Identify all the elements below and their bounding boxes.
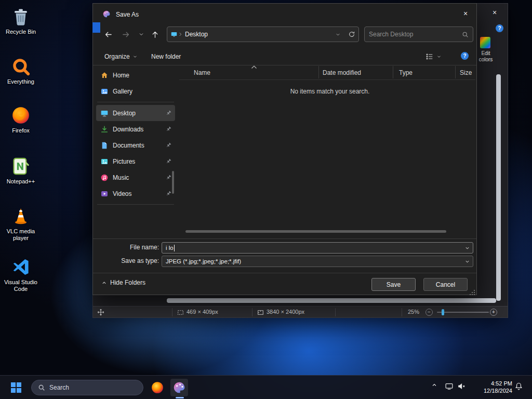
column-header-name[interactable]: Name	[194, 69, 210, 76]
desktop-icon-everything[interactable]: Everything	[1, 56, 41, 85]
column-divider[interactable]	[393, 66, 393, 78]
start-button[interactable]	[7, 379, 25, 396]
sidebar-item-music[interactable]: Music	[96, 169, 175, 185]
sidebar-item-desktop[interactable]: Desktop	[96, 105, 175, 121]
paint-file-button[interactable]	[92, 22, 100, 33]
column-divider[interactable]	[318, 66, 319, 78]
desktop-icon-firefox[interactable]: Firefox	[1, 105, 41, 134]
paint-vertical-scrollbar[interactable]	[496, 74, 501, 301]
help-icon: ?	[498, 25, 501, 31]
pin-icon	[165, 142, 172, 149]
desktop-icon-label: Everything	[1, 78, 41, 85]
taskbar-clock[interactable]: 4:52 PM 12/18/2024	[484, 380, 512, 394]
sidebar-item-videos[interactable]: Videos	[96, 185, 175, 202]
file-name-value: i lo	[166, 245, 174, 251]
pin-icon	[165, 190, 172, 197]
vscode-icon	[10, 257, 31, 277]
save-button[interactable]: Save	[371, 278, 416, 291]
everything-icon	[10, 56, 31, 77]
sidebar-item-label: Desktop	[113, 110, 136, 117]
chevron-up-icon	[431, 382, 437, 388]
desktop-icon-recycle-bin[interactable]: Recycle Bin	[1, 6, 41, 35]
tray-chevron-up[interactable]	[431, 382, 437, 388]
refresh-icon[interactable]	[348, 31, 355, 38]
chevron-down-icon[interactable]	[464, 245, 470, 251]
recent-locations-chevron[interactable]	[135, 28, 148, 41]
desktop-icon-vlc[interactable]: VLC media player	[1, 206, 41, 242]
column-header-date-modified[interactable]: Date modified	[323, 69, 361, 76]
cancel-button[interactable]: Cancel	[423, 278, 468, 291]
navigation-pane: Home Gallery Desktop Downloads Documents	[96, 67, 175, 207]
taskbar-search-placeholder: Search	[49, 384, 69, 391]
taskbar-paint[interactable]	[170, 379, 188, 396]
breadcrumb-desktop-icon	[170, 31, 178, 38]
desktop-icon-vscode[interactable]: Visual Studio Code	[1, 257, 41, 292]
zoom-slider-thumb[interactable]	[442, 309, 444, 315]
desktop-icon-notepadpp[interactable]: Notepad++	[1, 156, 41, 185]
breadcrumb-desktop[interactable]: Desktop	[185, 31, 208, 38]
dialog-close-button[interactable]: ×	[459, 8, 472, 19]
vlc-icon	[10, 206, 31, 227]
zoom-out-button[interactable]: −	[425, 309, 433, 316]
search-box[interactable]: Search Desktop	[364, 26, 473, 42]
paint-icon	[172, 381, 186, 394]
recycle-bin-icon	[10, 6, 31, 27]
music-icon	[100, 174, 109, 182]
column-header-size[interactable]: Size	[460, 69, 472, 76]
sidebar-scrollbar[interactable]	[172, 171, 174, 194]
zoom-slider[interactable]	[437, 312, 489, 313]
new-folder-button[interactable]: New folder	[151, 50, 181, 63]
dialog-help-button[interactable]: ?	[461, 52, 469, 60]
edit-colors-button[interactable]: Edit colors	[475, 50, 496, 63]
paint-app-icon	[102, 10, 111, 20]
active-app-indicator	[176, 397, 184, 398]
sidebar-item-downloads[interactable]: Downloads	[96, 121, 175, 137]
save-as-type-select[interactable]: JPEG (*.jpg;*.jpeg;*.jpe;*.jfif)	[162, 256, 473, 267]
desktop-root: Recycle Bin Everything Firefox Notepad++…	[0, 0, 532, 399]
address-bar[interactable]: Desktop	[167, 26, 359, 42]
status-separator	[252, 308, 252, 316]
view-options-button[interactable]	[425, 50, 442, 63]
sidebar-item-label: Music	[113, 174, 129, 181]
desktop-icon	[100, 109, 109, 117]
sidebar-item-pictures[interactable]: Pictures	[96, 153, 175, 169]
sidebar-divider	[97, 204, 174, 205]
color-picker-swatch[interactable]	[480, 37, 490, 48]
hide-folders-button[interactable]: Hide Folders	[101, 279, 145, 286]
up-button[interactable]	[148, 28, 162, 41]
file-list-horizontal-scrollbar[interactable]	[185, 230, 446, 233]
tray-volume-icon[interactable]	[457, 382, 466, 391]
documents-icon	[100, 141, 109, 150]
address-dropdown-chevron[interactable]	[335, 32, 341, 37]
sidebar-item-gallery[interactable]: Gallery	[96, 83, 175, 99]
desktop-icon-label: Recycle Bin	[1, 29, 41, 35]
chevron-down-icon[interactable]	[464, 259, 470, 264]
gallery-icon	[100, 87, 109, 96]
save-as-type-label: Save as type:	[110, 257, 159, 264]
pin-icon	[165, 126, 172, 132]
status-separator	[172, 308, 172, 316]
back-button[interactable]	[101, 28, 115, 41]
sidebar-item-documents[interactable]: Documents	[96, 137, 175, 153]
new-folder-label: New folder	[151, 53, 181, 60]
notification-bell-icon[interactable]	[514, 382, 523, 391]
paint-help-button[interactable]: ?	[496, 24, 503, 32]
zoom-in-button[interactable]: +	[490, 309, 497, 316]
paint-horizontal-scrollbar[interactable]	[167, 298, 496, 303]
column-divider[interactable]	[455, 66, 456, 78]
search-placeholder: Search Desktop	[369, 31, 462, 38]
sidebar-item-label: Downloads	[113, 126, 143, 133]
file-name-input[interactable]: i lo	[162, 242, 473, 254]
taskbar-firefox[interactable]	[149, 379, 166, 396]
forward-button[interactable]	[119, 28, 132, 41]
organize-button[interactable]: Organize	[104, 50, 138, 63]
file-name-label: File name:	[110, 244, 159, 251]
sidebar-item-home[interactable]: Home	[96, 67, 175, 83]
tray-display-icon[interactable]	[445, 382, 454, 391]
resize-grip[interactable]	[469, 288, 475, 298]
breadcrumb-chevron-icon	[178, 32, 183, 37]
paint-close-button[interactable]: ×	[489, 7, 500, 18]
taskbar-search[interactable]: Search	[31, 380, 143, 395]
selection-size-icon	[177, 309, 184, 317]
column-header-type[interactable]: Type	[399, 69, 413, 76]
